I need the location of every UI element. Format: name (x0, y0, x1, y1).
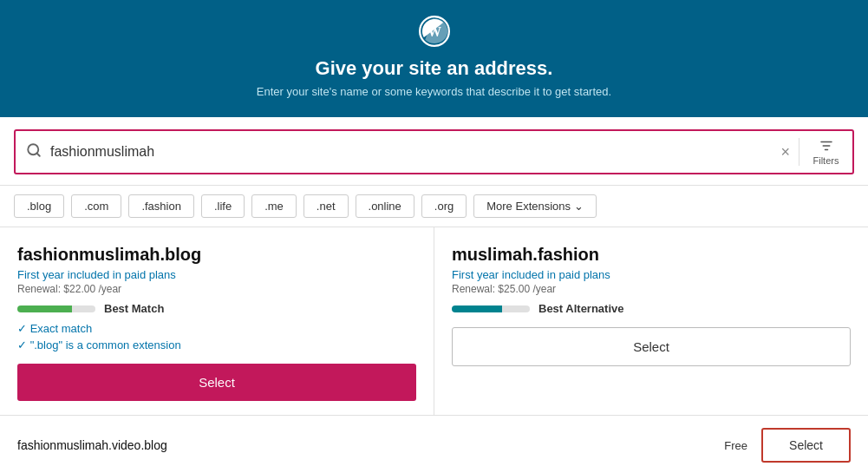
match-bar-1 (17, 305, 95, 312)
page-subtitle: Enter your site's name or some keywords … (17, 85, 851, 98)
match-bar-row-1: Best Match (17, 302, 416, 315)
bottom-domain-name: fashionmuslimah.video.blog (17, 438, 724, 452)
match-bar-2 (452, 305, 530, 312)
select-button-1[interactable]: Select (17, 364, 416, 401)
svg-line-3 (36, 153, 39, 155)
ext-tag-com[interactable]: .com (71, 194, 121, 218)
free-badge: Free (724, 439, 747, 452)
search-icon (26, 142, 42, 161)
ext-tag-life[interactable]: .life (201, 194, 245, 218)
extension-filters: .blog .com .fashion .life .me .net .onli… (0, 186, 868, 227)
result-card-2: muslimah.fashion First year included in … (434, 227, 868, 415)
chevron-down-icon: ⌄ (574, 200, 584, 213)
wp-logo: W (17, 16, 851, 57)
check-item-1a: Exact match (17, 322, 416, 335)
match-label-2: Best Alternative (538, 302, 624, 315)
domain-name-1: fashionmuslimah.blog (17, 245, 416, 265)
page-title: Give your site an address. (17, 57, 851, 80)
svg-text:W: W (427, 24, 441, 39)
select-button-bottom[interactable]: Select (761, 428, 851, 463)
renewal-text-2: Renewal: $25.00 /year (452, 283, 851, 295)
domain-name-2: muslimah.fashion (452, 245, 851, 265)
results-container: fashionmuslimah.blog First year included… (0, 227, 868, 416)
filters-label: Filters (813, 155, 839, 166)
ext-tag-fashion[interactable]: .fashion (128, 194, 194, 218)
filters-button[interactable]: Filters (799, 138, 842, 166)
bottom-row: fashionmuslimah.video.blog Free Select (0, 416, 868, 473)
check-item-1b: ".blog" is a common extension (17, 338, 416, 351)
match-bar-row-2: Best Alternative (452, 302, 851, 315)
ext-tag-online[interactable]: .online (356, 194, 414, 218)
ext-tag-me[interactable]: .me (251, 194, 297, 218)
ext-tag-net[interactable]: .net (303, 194, 349, 218)
result-card-1: fashionmuslimah.blog First year included… (0, 227, 434, 415)
search-bar: × Filters (14, 129, 854, 174)
search-container: × Filters (0, 117, 868, 186)
ext-tag-blog[interactable]: .blog (14, 194, 64, 218)
more-extensions-button[interactable]: More Extensions ⌄ (473, 194, 597, 218)
clear-icon[interactable]: × (780, 143, 790, 161)
included-text-2: First year included in paid plans (452, 268, 851, 281)
match-label-1: Best Match (104, 302, 164, 315)
page-header: W Give your site an address. Enter your … (0, 0, 868, 117)
included-text-1: First year included in paid plans (17, 268, 416, 281)
select-button-2[interactable]: Select (452, 327, 851, 366)
search-input[interactable] (50, 144, 780, 160)
renewal-text-1: Renewal: $22.00 /year (17, 283, 416, 295)
more-extensions-label: More Extensions (486, 200, 571, 213)
ext-tag-org[interactable]: .org (421, 194, 467, 218)
